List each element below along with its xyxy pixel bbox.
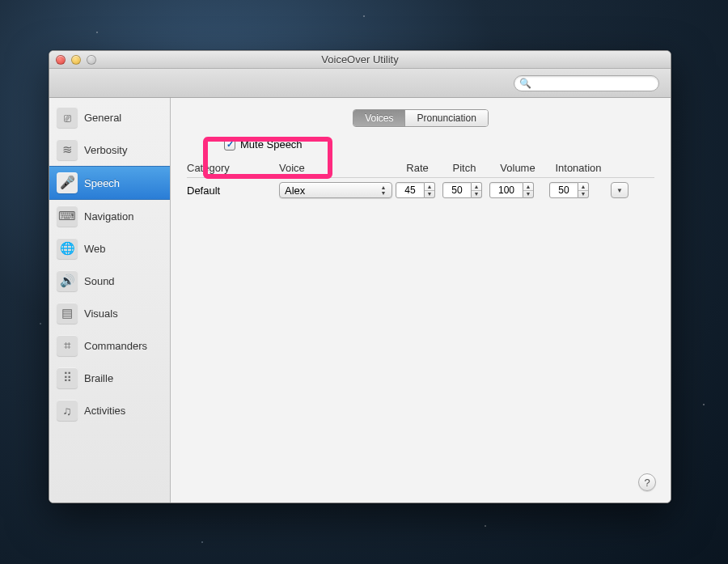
sidebar-item-general[interactable]: ⎚ General bbox=[49, 101, 170, 134]
chevron-down-icon: ▼ bbox=[472, 191, 481, 198]
verbosity-icon: ≋ bbox=[57, 139, 78, 160]
help-button[interactable]: ? bbox=[638, 473, 656, 491]
sidebar-item-visuals[interactable]: ▤ Visuals bbox=[49, 297, 170, 329]
pitch-input[interactable] bbox=[442, 182, 472, 198]
voice-table-header: Category Voice Rate Pitch Volume Intonat… bbox=[187, 159, 654, 178]
sidebar-item-commanders[interactable]: ⌗ Commanders bbox=[49, 329, 170, 362]
sidebar-item-label: Verbosity bbox=[84, 144, 127, 156]
stepper-buttons[interactable]: ▲▼ bbox=[425, 182, 435, 198]
activities-icon: ♫ bbox=[57, 400, 78, 421]
window-title: VoiceOver Utility bbox=[49, 53, 671, 66]
search-input[interactable] bbox=[535, 78, 654, 89]
sidebar-item-label: Sound bbox=[84, 275, 115, 287]
rate-input[interactable] bbox=[396, 182, 425, 198]
commanders-icon: ⌗ bbox=[57, 335, 78, 356]
col-rate: Rate bbox=[396, 162, 439, 174]
col-voice: Voice bbox=[279, 162, 392, 174]
stepper-buttons[interactable]: ▲▼ bbox=[472, 182, 482, 198]
tab-bar: Voices Pronunciation bbox=[187, 109, 654, 127]
titlebar: VoiceOver Utility bbox=[49, 51, 671, 69]
col-intonation: Intonation bbox=[549, 162, 607, 174]
stepper-buttons[interactable]: ▲▼ bbox=[523, 182, 534, 198]
sidebar-item-label: General bbox=[84, 112, 121, 124]
general-icon: ⎚ bbox=[57, 107, 78, 128]
sidebar-item-label: Commanders bbox=[84, 340, 147, 352]
search-icon: 🔍 bbox=[519, 78, 531, 88]
window-body: ⎚ General ≋ Verbosity 🎤 Speech ⌨ Navigat… bbox=[49, 98, 671, 503]
col-pitch: Pitch bbox=[442, 162, 486, 174]
sidebar-item-braille[interactable]: ⠿ Braille bbox=[49, 362, 170, 394]
volume-stepper[interactable]: ▲▼ bbox=[489, 182, 546, 198]
search-field[interactable]: 🔍 bbox=[514, 75, 659, 91]
col-volume: Volume bbox=[489, 162, 546, 174]
web-icon: 🌐 bbox=[57, 238, 78, 259]
sidebar-item-label: Activities bbox=[84, 405, 125, 417]
voice-select-value: Alex bbox=[285, 184, 305, 197]
volume-input[interactable] bbox=[489, 182, 523, 198]
sidebar-item-label: Web bbox=[84, 243, 106, 255]
sidebar: ⎚ General ≋ Verbosity 🎤 Speech ⌨ Navigat… bbox=[49, 98, 171, 503]
visuals-icon: ▤ bbox=[57, 303, 78, 324]
stepper-buttons[interactable]: ▲▼ bbox=[578, 182, 589, 198]
chevron-down-icon: ▼ bbox=[578, 191, 588, 198]
chevron-up-icon: ▲ bbox=[425, 183, 434, 191]
sound-icon: 🔊 bbox=[57, 270, 78, 291]
main-panel: Voices Pronunciation ✓ Mute Speech Categ… bbox=[171, 98, 671, 503]
mute-speech-checkbox[interactable]: ✓ bbox=[224, 139, 235, 151]
close-button[interactable] bbox=[56, 55, 66, 65]
pitch-stepper[interactable]: ▲▼ bbox=[442, 182, 486, 198]
chevron-down-icon: ▼ bbox=[523, 191, 533, 198]
cell-category: Default bbox=[187, 184, 276, 197]
chevron-up-icon: ▲ bbox=[523, 183, 533, 191]
rate-stepper[interactable]: ▲▼ bbox=[396, 182, 439, 198]
voice-table-row: Default Alex ▲▼ ▲▼ ▲▼ ▲▼ bbox=[187, 178, 654, 201]
row-actions-button[interactable]: ▼ bbox=[611, 182, 629, 198]
tab-group: Voices Pronunciation bbox=[353, 109, 489, 127]
sidebar-item-speech[interactable]: 🎤 Speech bbox=[49, 166, 170, 200]
tab-voices[interactable]: Voices bbox=[353, 110, 405, 126]
app-window: VoiceOver Utility 🔍 ⎚ General ≋ Verbosit… bbox=[49, 50, 671, 503]
col-category: Category bbox=[187, 162, 276, 174]
braille-icon: ⠿ bbox=[57, 367, 78, 388]
chevron-up-icon: ▲ bbox=[578, 183, 588, 191]
speech-icon: 🎤 bbox=[57, 172, 78, 193]
minimize-button[interactable] bbox=[71, 55, 81, 65]
sidebar-item-sound[interactable]: 🔊 Sound bbox=[49, 265, 170, 297]
sidebar-item-label: Visuals bbox=[84, 307, 118, 320]
intonation-input[interactable] bbox=[549, 182, 578, 198]
chevron-down-icon: ▼ bbox=[425, 191, 434, 198]
sidebar-item-verbosity[interactable]: ≋ Verbosity bbox=[49, 134, 170, 166]
mute-speech-row: ✓ Mute Speech bbox=[224, 138, 654, 151]
intonation-stepper[interactable]: ▲▼ bbox=[549, 182, 607, 198]
sidebar-item-activities[interactable]: ♫ Activities bbox=[49, 394, 170, 426]
updown-icon: ▲▼ bbox=[377, 184, 390, 197]
sidebar-item-navigation[interactable]: ⌨ Navigation bbox=[49, 200, 170, 232]
sidebar-item-web[interactable]: 🌐 Web bbox=[49, 232, 170, 265]
voice-select[interactable]: Alex ▲▼ bbox=[279, 182, 392, 198]
sidebar-item-label: Braille bbox=[84, 372, 113, 384]
chevron-down-icon: ▼ bbox=[616, 187, 623, 194]
chevron-up-icon: ▲ bbox=[472, 183, 481, 191]
tab-pronunciation[interactable]: Pronunciation bbox=[405, 110, 487, 126]
zoom-button[interactable] bbox=[87, 55, 96, 65]
navigation-icon: ⌨ bbox=[57, 206, 78, 227]
sidebar-item-label: Speech bbox=[84, 177, 120, 189]
mute-speech-label: Mute Speech bbox=[240, 138, 303, 151]
sidebar-item-label: Navigation bbox=[84, 210, 133, 223]
toolbar: 🔍 bbox=[49, 69, 671, 98]
traffic-lights bbox=[56, 55, 96, 65]
